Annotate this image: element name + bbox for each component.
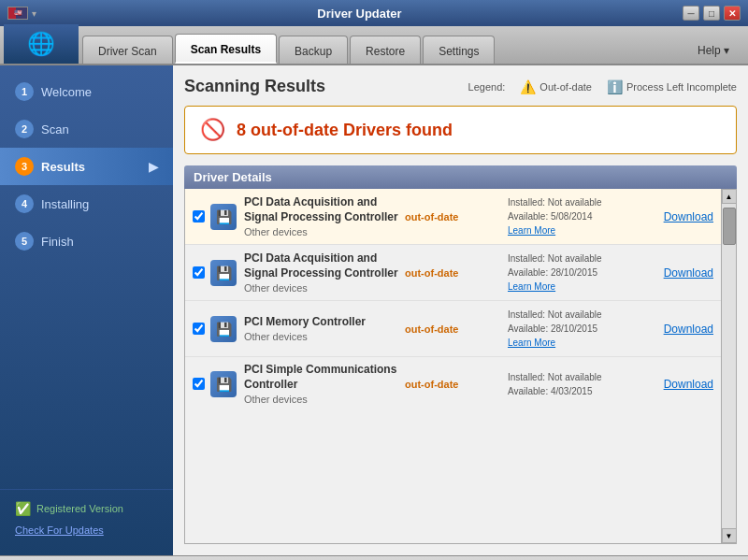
driver-icon-2: 💾: [210, 260, 237, 286]
sidebar-item-installing[interactable]: 4 Installing: [0, 185, 173, 223]
registered-version: ✅ Registered Version: [15, 501, 158, 516]
driver-row: 💾 PCI Memory Controller Other devices ou…: [185, 301, 721, 357]
chip-icon-4: 💾: [216, 377, 232, 392]
driver-details-header: Driver Details: [184, 165, 737, 189]
alert-text: 8 out-of-date Drivers found: [237, 121, 453, 140]
driver-category-3: Other devices: [244, 331, 405, 342]
driver-version-4: Installed: Not available Available: 4/03…: [508, 370, 639, 398]
driver-icon-1: 💾: [210, 204, 237, 230]
step-number-2: 2: [15, 120, 34, 138]
driver-category-1: Other devices: [244, 226, 405, 237]
tab-restore[interactable]: Restore: [350, 36, 421, 64]
bottom-bar: 💬 Report Feedback View Summary ▶ Update …: [0, 555, 748, 560]
legend-label: Legend:: [468, 81, 506, 93]
driver-name-3: PCI Memory Controller: [244, 315, 405, 330]
learn-more-link-2[interactable]: Learn More: [508, 281, 555, 292]
driver-list: 💾 PCI Data Acquisition and Signal Proces…: [185, 189, 721, 543]
content-header: Scanning Results Legend: ⚠️ Out-of-date …: [184, 77, 737, 96]
tab-driver-scan[interactable]: Driver Scan: [82, 36, 173, 64]
driver-info-4: PCI Simple Communications Controller Oth…: [244, 363, 405, 405]
legend-incomplete: ℹ️ Process Left Incomplete: [607, 79, 737, 94]
chevron-right-icon: ▶: [149, 160, 158, 174]
driver-download-2: Download: [639, 266, 713, 280]
learn-more-link-3[interactable]: Learn More: [508, 337, 555, 348]
driver-checkbox-3[interactable]: [193, 323, 205, 335]
driver-checkbox-4[interactable]: [193, 378, 205, 390]
driver-icon-3: 💾: [210, 316, 237, 342]
minimize-button[interactable]: ─: [683, 6, 699, 21]
title-bar: 🇺🇸 ▾ Driver Updater ─ □ ✕: [0, 0, 748, 26]
app-title: Driver Updater: [36, 7, 683, 21]
chip-icon-3: 💾: [216, 322, 232, 337]
sidebar-item-results[interactable]: 3 Results ▶: [0, 148, 173, 185]
flag-icon: 🇺🇸 ▾: [7, 7, 36, 20]
driver-row: 💾 PCI Data Acquisition and Signal Proces…: [185, 245, 721, 301]
scroll-down-button[interactable]: ▼: [722, 528, 737, 543]
help-menu[interactable]: Help ▾: [683, 36, 744, 64]
legend-out-of-date: ⚠️ Out-of-date: [520, 79, 592, 94]
legend: Legend: ⚠️ Out-of-date ℹ️ Process Left I…: [468, 79, 737, 94]
driver-name-4: PCI Simple Communications Controller: [244, 363, 405, 392]
main-container: 1 Welcome 2 Scan 3 Results ▶ 4 Installin…: [0, 65, 748, 555]
window-controls: ─ □ ✕: [683, 6, 741, 21]
nav-bar: 🌐 Driver Scan Scan Results Backup Restor…: [0, 26, 748, 65]
download-link-2[interactable]: Download: [664, 266, 713, 280]
driver-category-2: Other devices: [244, 282, 405, 294]
download-link-3[interactable]: Download: [664, 323, 713, 336]
driver-status-4: out-of-date: [405, 379, 508, 390]
sidebar-bottom: ✅ Registered Version Check For Updates: [0, 489, 173, 548]
sidebar: 1 Welcome 2 Scan 3 Results ▶ 4 Installin…: [0, 65, 173, 555]
step-number-5: 5: [15, 232, 34, 251]
download-link-4[interactable]: Download: [664, 378, 713, 391]
step-number-1: 1: [15, 82, 34, 101]
driver-download-4: Download: [639, 378, 713, 391]
tab-backup[interactable]: Backup: [279, 36, 348, 64]
driver-version-2: Installed: Not available Available: 28/1…: [508, 251, 639, 294]
driver-status-2: out-of-date: [405, 267, 508, 279]
content-area: Scanning Results Legend: ⚠️ Out-of-date …: [173, 65, 748, 555]
learn-more-link-1[interactable]: Learn More: [508, 225, 555, 236]
check-updates-link[interactable]: Check For Updates: [15, 524, 104, 536]
alert-icon: 🚫: [200, 118, 225, 142]
alert-box: 🚫 8 out-of-date Drivers found: [184, 106, 737, 154]
driver-category-4: Other devices: [244, 394, 405, 405]
driver-icon-4: 💾: [210, 371, 237, 397]
driver-version-3: Installed: Not available Available: 28/1…: [508, 308, 639, 350]
driver-download-1: Download: [639, 210, 713, 223]
driver-status-3: out-of-date: [405, 323, 508, 335]
check-circle-icon: ✅: [15, 501, 31, 516]
scrollbar[interactable]: ▲ ▼: [721, 189, 736, 543]
content-title: Scanning Results: [184, 77, 325, 96]
chip-icon: 💾: [216, 209, 232, 224]
chip-icon-2: 💾: [216, 266, 232, 280]
tab-settings[interactable]: Settings: [423, 36, 495, 64]
close-button[interactable]: ✕: [724, 6, 741, 21]
driver-version-1: Installed: Not available Available: 5/08…: [508, 195, 639, 237]
sidebar-item-finish[interactable]: 5 Finish: [0, 223, 173, 260]
driver-checkbox-1[interactable]: [193, 210, 205, 223]
tab-scan-results[interactable]: Scan Results: [175, 34, 277, 64]
scroll-up-button[interactable]: ▲: [722, 189, 737, 204]
info-icon: ℹ️: [607, 79, 623, 94]
driver-info-2: PCI Data Acquisition and Signal Processi…: [244, 251, 405, 294]
driver-row: 💾 PCI Data Acquisition and Signal Proces…: [185, 189, 721, 245]
driver-info-1: PCI Data Acquisition and Signal Processi…: [244, 195, 405, 237]
driver-name-2: PCI Data Acquisition and Signal Processi…: [244, 251, 405, 280]
step-number-4: 4: [15, 194, 34, 213]
app-logo: 🌐: [4, 24, 79, 64]
sidebar-item-welcome[interactable]: 1 Welcome: [0, 73, 173, 110]
driver-name-1: PCI Data Acquisition and Signal Processi…: [244, 195, 405, 224]
sidebar-item-scan[interactable]: 2 Scan: [0, 110, 173, 148]
maximize-button[interactable]: □: [703, 6, 720, 21]
warning-icon: ⚠️: [520, 79, 536, 94]
driver-checkbox-2[interactable]: [193, 266, 205, 279]
scroll-thumb[interactable]: [723, 208, 736, 245]
download-link-1[interactable]: Download: [664, 210, 713, 223]
step-number-3: 3: [15, 157, 34, 176]
driver-download-3: Download: [639, 323, 713, 336]
driver-status-1: out-of-date: [405, 211, 508, 223]
driver-info-3: PCI Memory Controller Other devices: [244, 315, 405, 343]
driver-row: 💾 PCI Simple Communications Controller O…: [185, 357, 721, 410]
